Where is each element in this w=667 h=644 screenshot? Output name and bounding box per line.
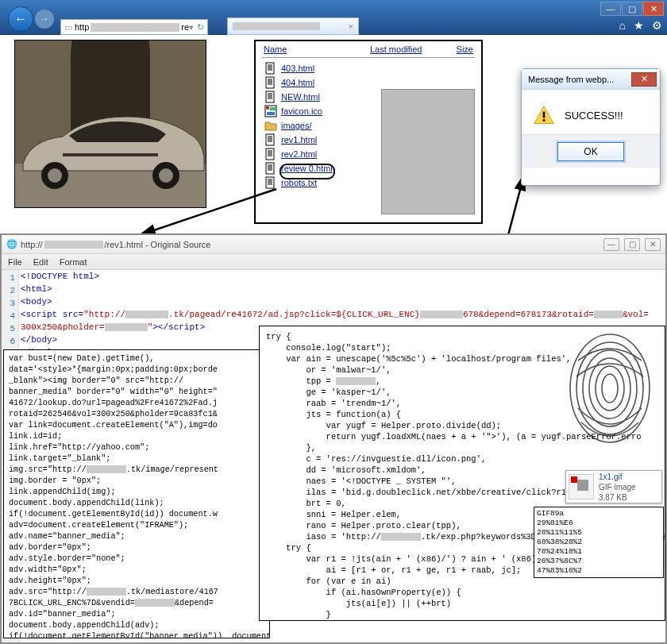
tab-redacted <box>233 22 320 30</box>
svg-rect-24 <box>270 107 276 110</box>
file-link[interactable]: 404.html <box>281 78 314 87</box>
file-thumbnail <box>569 474 594 499</box>
doc-icon <box>264 91 278 103</box>
col-size[interactable]: Size <box>448 44 473 54</box>
svg-rect-6 <box>63 153 158 156</box>
tab-close-icon[interactable]: × <box>349 21 353 31</box>
file-link[interactable]: favicon.ico <box>281 106 322 116</box>
src-title-prefix: http:// <box>21 240 43 249</box>
forward-button[interactable]: → <box>35 10 54 29</box>
addr-text: http <box>75 22 89 32</box>
addr-suffix: re <box>181 22 189 32</box>
dir-row[interactable]: 404.html <box>256 75 481 90</box>
menu-format[interactable]: Format <box>60 257 87 267</box>
dialog-ok-button[interactable]: OK <box>557 142 624 161</box>
file-link[interactable]: rev1.html <box>281 135 317 145</box>
svg-rect-48 <box>543 112 546 118</box>
dialog-message: SUCCESS!!! <box>565 110 623 121</box>
menu-file[interactable]: File <box>8 257 22 267</box>
svg-point-3 <box>48 168 62 183</box>
refresh-icon[interactable]: ↻ <box>197 22 204 33</box>
dropdown-icon[interactable]: ▾ <box>189 22 194 33</box>
browser-tab[interactable]: × <box>227 17 359 35</box>
svg-point-52 <box>583 350 637 426</box>
file-size: 3.87 KB <box>599 492 636 503</box>
favorites-icon[interactable]: ★ <box>634 19 644 32</box>
src-close[interactable]: ✕ <box>645 238 661 251</box>
address-bar[interactable]: ▭ http re ▾ ↻ <box>60 19 208 35</box>
src-title-redact <box>44 241 103 249</box>
page-icon: ▭ <box>64 22 72 33</box>
window-maximize[interactable]: ▢ <box>622 2 642 16</box>
menu-edit[interactable]: Edit <box>33 257 48 267</box>
doc-icon <box>264 133 278 146</box>
svg-rect-49 <box>543 119 546 121</box>
src-title-suffix: /rev1.html - Original Source <box>105 240 211 249</box>
directory-listing: Name Last modified Size 403.html404.html… <box>254 40 483 224</box>
window-minimize[interactable]: — <box>600 2 621 16</box>
addr-redacted <box>91 23 179 32</box>
file-link[interactable]: robots.txt <box>281 178 317 187</box>
doc-icon <box>264 148 278 160</box>
doc-icon <box>264 176 278 189</box>
ie-icon: 🌐 <box>6 239 17 249</box>
hex-dump: GIF89a 29%81%E6 28%11%11%5 68%38%28%2 78… <box>534 507 664 578</box>
file-info-box: 1x1.gif GIF image 3.87 KB <box>565 470 662 503</box>
home-icon[interactable]: ⌂ <box>619 19 626 32</box>
svg-point-5 <box>159 168 173 183</box>
file-link[interactable]: images/ <box>281 121 312 130</box>
svg-point-51 <box>576 342 643 434</box>
svg-point-55 <box>602 374 618 403</box>
redacted-block <box>381 89 475 214</box>
alert-dialog: Message from webp... ✕ SUCCESS!!! OK <box>521 68 661 186</box>
dialog-close-button[interactable]: ✕ <box>631 72 657 87</box>
file-link[interactable]: 403.html <box>281 64 314 73</box>
doc-icon <box>264 62 278 75</box>
file-name: 1x1.gif <box>599 472 636 482</box>
source-menubar[interactable]: File Edit Format <box>2 254 665 270</box>
src-maximize[interactable]: ▢ <box>624 238 640 251</box>
dir-row[interactable]: 403.html <box>256 61 481 75</box>
src-minimize[interactable]: — <box>603 238 619 251</box>
svg-rect-25 <box>267 112 275 115</box>
fingerprint-icon <box>562 329 657 448</box>
file-link[interactable]: NEW.html <box>281 92 320 102</box>
file-type: GIF image <box>599 482 636 492</box>
browser-titlebar: — ▢ ✕ ← → ▭ http re ▾ ↻ × ⌂ ★ ⚙ <box>0 0 667 35</box>
col-last-modified[interactable]: Last modified <box>370 44 448 54</box>
back-button[interactable]: ← <box>8 6 33 32</box>
svg-point-23 <box>266 106 269 110</box>
file-link[interactable]: rev2.html <box>281 149 317 159</box>
settings-icon[interactable]: ⚙ <box>652 19 662 32</box>
folder-icon <box>264 119 278 132</box>
svg-point-54 <box>596 366 624 411</box>
js-snippet-left: var bust=(new Date).getTime(), data='<st… <box>3 349 270 638</box>
window-close[interactable]: ✕ <box>643 2 664 16</box>
file-link[interactable]: review 0.html <box>281 164 333 173</box>
dialog-title: Message from webp... <box>528 75 614 84</box>
fav-icon <box>264 105 278 118</box>
col-name[interactable]: Name <box>264 44 370 54</box>
doc-icon <box>264 162 278 175</box>
doc-icon <box>264 76 278 89</box>
car-thumbnail-image <box>14 40 206 208</box>
warning-icon <box>533 104 555 126</box>
